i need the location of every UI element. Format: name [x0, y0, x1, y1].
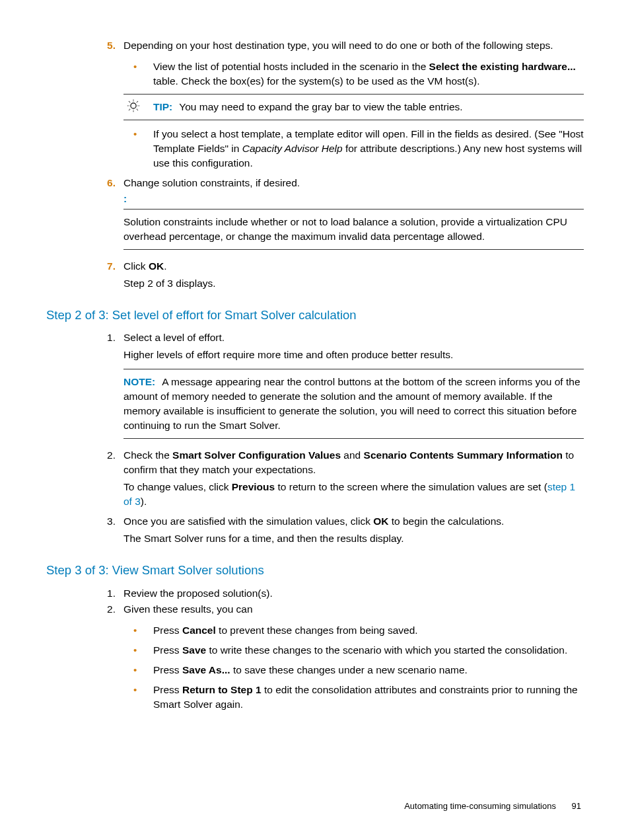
list-text: Select a level of effort. — [123, 332, 225, 343]
text: Once you are satisfied with the simulati… — [123, 515, 373, 527]
list-text: Depending on your host destination type,… — [123, 40, 553, 51]
bold-text: Cancel — [182, 625, 216, 636]
page-content: 5. Depending on your host destination ty… — [0, 0, 630, 712]
bold-text: Return to Step 1 — [182, 684, 262, 695]
constraint-box: Solution constraints include whether or … — [123, 209, 584, 250]
sub-bullets: Press Cancel to prevent these changes fr… — [123, 623, 584, 712]
bold-text: Select the existing hardware... — [429, 61, 576, 72]
text: View the list of potential hosts include… — [153, 61, 429, 72]
list-number: 1. — [96, 330, 116, 345]
text: The Smart Solver runs for a time, and th… — [123, 531, 584, 546]
bold-text: OK — [149, 260, 164, 272]
bullet-item: If you select a host template, a templat… — [123, 127, 584, 171]
colon-marker: : — [123, 190, 584, 206]
note-box: NOTE:A message appearing near the contro… — [123, 369, 584, 439]
list-number: 3. — [96, 514, 116, 529]
svg-line-7 — [129, 109, 130, 110]
bold-text: OK — [373, 515, 388, 527]
footer-text: Automating time-consuming simulations — [404, 801, 556, 811]
list-item-s2-3: 3. Once you are satisfied with the simul… — [96, 514, 584, 546]
text: Press — [153, 684, 182, 695]
svg-point-0 — [131, 103, 136, 108]
italic-text: Capacity Advisor Help — [242, 143, 343, 154]
text: To change values, click — [123, 481, 232, 492]
list-text: Review the proposed solution(s). — [123, 588, 273, 599]
page-number: 91 — [572, 801, 581, 811]
bold-text: Smart Solver Configuration Values — [172, 449, 341, 461]
text: to prevent these changes from being save… — [216, 625, 418, 636]
tip-lightbulb-icon — [126, 98, 141, 113]
list-text: Given these results, you can — [123, 603, 253, 615]
text: Check the — [123, 449, 172, 461]
tip-box: TIP:You may need to expand the gray bar … — [123, 94, 584, 120]
svg-line-5 — [129, 101, 130, 102]
text: to write these changes to the scenario w… — [206, 644, 567, 656]
list-text: Change solution constraints, if desired. — [123, 177, 300, 188]
sub-bullets: If you select a host template, a templat… — [123, 127, 584, 171]
bold-text: Scenario Contents Summary Information — [364, 449, 563, 461]
text: Press — [153, 664, 182, 675]
tip-text: You may need to expand the gray bar to v… — [179, 101, 462, 112]
text: Press — [153, 625, 182, 636]
note-label: NOTE: — [123, 376, 155, 387]
bullet-item: Press Return to Step 1 to edit the conso… — [123, 683, 584, 712]
text: to begin the calculations. — [388, 515, 504, 527]
text: Press — [153, 644, 182, 656]
note-text: A message appearing near the control but… — [123, 376, 580, 431]
list-number: 7. — [96, 259, 116, 274]
text: to save these changes under a new scenar… — [230, 664, 468, 675]
bullet-item: Press Cancel to prevent these changes fr… — [123, 623, 584, 638]
page-footer: Automating time-consuming simulations 91 — [404, 800, 581, 812]
text: Higher levels of effort require more tim… — [123, 348, 584, 362]
list-number: 5. — [96, 38, 116, 53]
text: table. Check the box(es) for the system(… — [153, 75, 480, 87]
bullet-item: Press Save to write these changes to the… — [123, 643, 584, 658]
svg-line-8 — [137, 101, 138, 102]
list-item-6: 6. Change solution constraints, if desir… — [96, 176, 584, 250]
bold-text: Save As... — [182, 664, 230, 675]
text: . — [164, 260, 166, 272]
text: Step 2 of 3 displays. — [123, 276, 584, 291]
text: ). — [141, 496, 147, 507]
para: To change values, click Previous to retu… — [123, 480, 584, 509]
bold-text: Save — [182, 644, 206, 656]
list-item-7: 7. Click OK. Step 2 of 3 displays. — [96, 259, 584, 291]
list-item-s3-1: 1. Review the proposed solution(s). — [96, 586, 584, 601]
text: to return to the screen where the simula… — [275, 481, 547, 492]
list-number: 2. — [96, 448, 116, 463]
text: Click — [123, 260, 149, 272]
list-number: 6. — [96, 176, 116, 190]
sub-bullets: View the list of potential hosts include… — [123, 59, 584, 89]
list-number: 2. — [96, 602, 116, 617]
bold-text: Previous — [232, 481, 275, 492]
tip-label: TIP: — [153, 101, 172, 112]
list-number: 1. — [96, 586, 116, 601]
list-item-s2-2: 2. Check the Smart Solver Configuration … — [96, 448, 584, 509]
bullet-item: View the list of potential hosts include… — [123, 59, 584, 89]
bullet-item: Press Save As... to save these changes u… — [123, 663, 584, 677]
list-item-5: 5. Depending on your host destination ty… — [96, 38, 584, 171]
list-item-s2-1: 1. Select a level of effort. Higher leve… — [96, 330, 584, 439]
heading-step3: Step 3 of 3: View Smart Solver solutions — [46, 562, 584, 579]
box-text: Solution constraints include whether or … — [123, 216, 567, 242]
text: and — [341, 449, 363, 461]
heading-step2: Step 2 of 3: Set level of effort for Sma… — [46, 307, 584, 324]
list-item-s3-2: 2. Given these results, you can Press Ca… — [96, 602, 584, 712]
svg-line-6 — [137, 109, 138, 110]
